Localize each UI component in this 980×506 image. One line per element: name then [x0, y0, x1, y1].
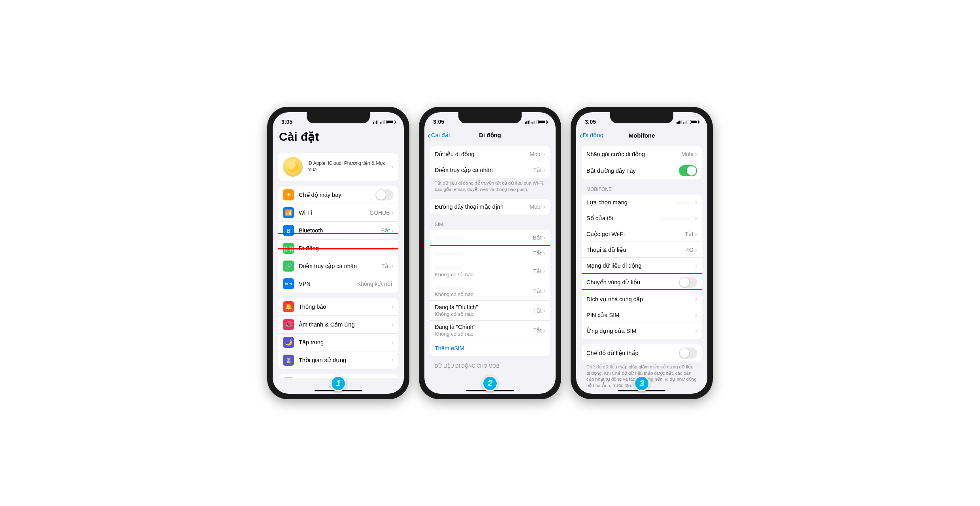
my-number-value: ——————	[660, 215, 694, 221]
enable-line-label: Bật đường dây này	[586, 168, 679, 174]
notch	[610, 112, 673, 123]
airplane-toggle[interactable]	[375, 189, 394, 200]
cellular-data-row[interactable]: Dữ liệu di động Mobi ›	[430, 146, 550, 162]
nav-header: ‹ Cài đặt Di động	[424, 127, 556, 143]
chevron-right-icon: ›	[695, 262, 697, 269]
sim6-value: Tắt	[533, 327, 541, 334]
chevron-left-icon: ‹	[579, 131, 582, 140]
sim4-subtitle: Không có số nào	[435, 291, 533, 297]
hotspot-label: Điểm truy cập cá nhân	[299, 263, 381, 269]
step-badge-1: 1	[330, 376, 346, 391]
bluetooth-value: Bật	[381, 227, 390, 234]
apple-id-subtitle: ID Apple, iCloud, Phương tiện & Mục mua	[307, 160, 392, 173]
sim4-value: Tắt	[533, 288, 541, 294]
sim6-label: Đang là "Chính"	[435, 324, 533, 330]
hotspot-icon: 🔗	[283, 261, 294, 272]
chevron-right-icon: ›	[695, 312, 697, 319]
notifications-row[interactable]: 🔔 Thông báo ›	[278, 298, 398, 316]
wifi-calling-row[interactable]: Cuộc gọi Wi-Fi Tắt ›	[582, 226, 702, 242]
network-selection-row[interactable]: Lựa chọn mạng ——— ›	[582, 194, 702, 210]
notch	[307, 112, 370, 123]
bluetooth-row[interactable]: B Bluetooth Bật ›	[278, 222, 398, 240]
chevron-right-icon: ›	[543, 268, 545, 275]
cellular-icon: ((•))	[283, 243, 294, 254]
hotspot-row[interactable]: 🔗 Điểm truy cập cá nhân Tắt ›	[278, 257, 398, 275]
sim-section-header: SIM	[424, 215, 556, 229]
focus-label: Tập trung	[299, 339, 392, 346]
page-title: Cài đặt	[278, 127, 398, 147]
carrier-services-row[interactable]: Dịch vụ nhà cung cấp ›	[582, 291, 702, 307]
sim3-label: —————	[435, 264, 533, 271]
sim5-label: Đang là "Du lịch"	[435, 304, 533, 310]
nav-title: Mobifone	[629, 132, 655, 139]
add-esim-label: Thêm eSIM	[435, 345, 545, 351]
cellular-data-network-row[interactable]: Mạng dữ liệu di động ›	[582, 258, 702, 274]
sim5-subtitle: Không có số nào	[435, 311, 533, 317]
battery-icon	[538, 120, 547, 124]
cellular-row[interactable]: ((•)) Di động ›	[278, 240, 398, 257]
back-button[interactable]: ‹ Di động	[579, 131, 603, 140]
focus-row[interactable]: 🌙 Tập trung ›	[278, 334, 398, 351]
my-number-row[interactable]: Số của tôi —————— ›	[582, 210, 702, 226]
chevron-right-icon: ›	[392, 321, 394, 328]
moon-icon: 🌙	[283, 337, 294, 348]
hourglass-icon: ⏳	[283, 355, 294, 366]
airplane-mode-row[interactable]: ✈ Chế độ máy bay	[278, 186, 398, 204]
sounds-row[interactable]: 🔊 Âm thanh & Cảm ứng ›	[278, 316, 398, 334]
personal-hotspot-row[interactable]: Điểm truy cập cá nhân Tắt ›	[430, 162, 550, 178]
enable-line-toggle[interactable]	[679, 165, 697, 176]
screentime-row[interactable]: ⏳ Thời gian sử dụng ›	[278, 351, 398, 369]
chevron-right-icon: ›	[543, 151, 545, 158]
voice-data-row[interactable]: Thoại & dữ liệu 4G ›	[582, 242, 702, 258]
chevron-right-icon: ›	[695, 151, 697, 158]
cellular-plan-label-row[interactable]: Nhãn gói cước di động Mobi ›	[582, 146, 702, 162]
sim-row-2[interactable]: ————— Tắt ›	[430, 245, 550, 261]
sim-row-5[interactable]: Đang là "Du lịch" Không có số nào Tắt ›	[430, 301, 550, 321]
hotspot-value: Tắt	[381, 263, 390, 269]
low-data-mode-row[interactable]: Chế độ dữ liệu thấp	[582, 344, 702, 362]
back-button[interactable]: ‹ Cài đặt	[428, 131, 450, 140]
network-selection-label: Lựa chọn mạng	[586, 199, 677, 206]
chevron-right-icon: ›	[543, 234, 545, 241]
notif-label: Thông báo	[299, 304, 392, 310]
chevron-right-icon: ›	[695, 296, 697, 303]
chevron-right-icon: ›	[392, 163, 394, 170]
hotspot-value: Tắt	[533, 167, 541, 173]
data-roaming-row[interactable]: Chuyển vùng dữ liệu	[582, 274, 702, 291]
sim4-label: —————	[435, 284, 533, 291]
voice-data-value: 4G	[686, 247, 694, 253]
sim-apps-row[interactable]: Ứng dụng của SIM ›	[582, 323, 702, 339]
sim-row-3[interactable]: ————— Không có số nào Tắt ›	[430, 261, 550, 281]
airplane-label: Chế độ máy bay	[299, 192, 375, 198]
sim-row-4[interactable]: ————— Không có số nào Tắt ›	[430, 281, 550, 301]
sim3-subtitle: Không có số nào	[435, 272, 533, 278]
plan-label: Nhãn gói cước di động	[586, 151, 681, 157]
chevron-right-icon: ›	[695, 215, 697, 222]
sim2-label: —————	[435, 250, 533, 257]
sim-pin-row[interactable]: PIN của SIM ›	[582, 307, 702, 323]
chevron-right-icon: ›	[543, 287, 545, 295]
default-voice-line-row[interactable]: Đường dây thoại mặc định Mobi ›	[430, 199, 550, 215]
sim1-value: Bật	[533, 234, 541, 241]
wifi-row[interactable]: 📶 Wi-Fi GOHUB ›	[278, 204, 398, 222]
wifi-calling-value: Tắt	[685, 231, 693, 237]
signal-secondary-icon	[531, 120, 537, 124]
data-roaming-toggle[interactable]	[679, 277, 697, 288]
notch	[458, 112, 522, 123]
turn-on-line-row[interactable]: Bật đường dây này	[582, 162, 702, 179]
vpn-label: VPN	[299, 281, 357, 287]
carrier-section-header: MOBIFONE	[576, 179, 707, 194]
vpn-value: Không kết nối	[357, 281, 392, 287]
network-selection-value: ———	[677, 199, 694, 206]
apple-id-row[interactable]: 🌙 ID Apple, iCloud, Phương tiện & Mục mu…	[278, 153, 398, 181]
speaker-icon: 🔊	[283, 319, 294, 330]
sim5-value: Tắt	[533, 308, 541, 314]
data-for-section: DỮ LIỆU DI ĐỘNG CHO MOBI	[424, 356, 556, 370]
sim-row-6[interactable]: Đang là "Chính" Không có số nào Tắt ›	[430, 321, 550, 340]
low-data-mode-toggle[interactable]	[679, 347, 697, 359]
chevron-right-icon: ›	[543, 307, 545, 314]
sim-row-1[interactable]: ————— Bật ›	[430, 230, 550, 245]
add-esim-row[interactable]: Thêm eSIM	[430, 340, 550, 356]
chevron-right-icon: ›	[543, 166, 545, 174]
vpn-row[interactable]: VPN VPN Không kết nối	[278, 275, 398, 293]
